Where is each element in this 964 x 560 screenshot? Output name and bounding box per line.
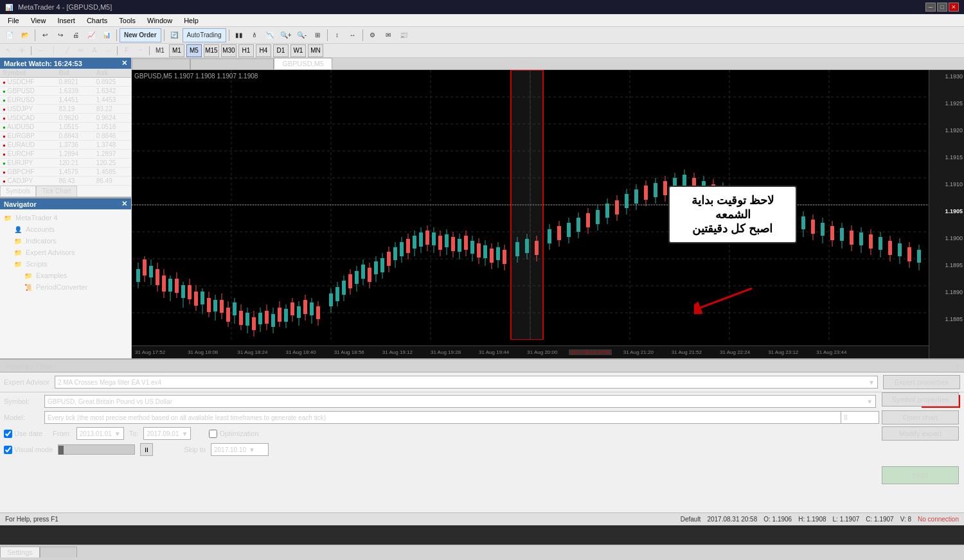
chart-tab-eurusd-m2[interactable]: EURUSD,M2 (offline) xyxy=(190,58,274,69)
market-watch-row[interactable]: ● USDJPY83.1983.22 xyxy=(0,105,131,114)
market-watch-row[interactable]: ● CADJPY86.4386.49 xyxy=(0,177,131,186)
elliot-btn[interactable]: ~ xyxy=(134,45,146,57)
tab-journal[interactable]: Journal xyxy=(40,547,77,557)
zoom-in-btn[interactable]: 🔍+ xyxy=(278,28,294,42)
expert-properties-button[interactable]: Expert properties xyxy=(883,375,960,389)
to-date-btn[interactable]: ▼ xyxy=(181,430,188,437)
nav-scripts[interactable]: 📁 Scripts xyxy=(3,258,129,270)
new-btn[interactable]: 📄 xyxy=(3,28,17,42)
tf-h1[interactable]: H1 xyxy=(238,44,254,57)
maximize-button[interactable]: □ xyxy=(937,3,947,12)
tab-symbols[interactable]: Symbols xyxy=(0,186,36,197)
market-watch-row[interactable]: ● USDCAD0.96200.9624 xyxy=(0,114,131,123)
from-date-btn[interactable]: ▼ xyxy=(114,430,121,437)
market-watch-row[interactable]: ● EURJPY120.21120.25 xyxy=(0,159,131,168)
tab-settings[interactable]: Settings xyxy=(0,547,40,557)
market-watch-row[interactable]: ● EURCHF1.28941.2897 xyxy=(0,150,131,159)
cursor-btn[interactable]: ↖ xyxy=(3,45,14,57)
ea-dropdown[interactable]: 2 MA Crosses Mega filter EA V1.ex4 ▼ xyxy=(55,376,878,389)
pause-button[interactable]: ⏸ xyxy=(140,443,153,456)
nav-indicators[interactable]: 📁 Indicators xyxy=(3,235,129,247)
expert-btn[interactable]: ⚙ xyxy=(366,28,380,42)
nav-expert-advisors[interactable]: 📁 Expert Advisors xyxy=(3,247,129,258)
tf-w1[interactable]: W1 xyxy=(290,44,306,57)
tf-m1[interactable]: M1 xyxy=(169,44,184,57)
menu-insert[interactable]: Insert xyxy=(52,16,80,25)
menu-charts[interactable]: Charts xyxy=(82,16,112,25)
hline-btn[interactable]: ─ xyxy=(35,45,46,57)
text-btn[interactable]: A xyxy=(89,45,100,57)
trendline-btn[interactable]: ╱ xyxy=(62,45,73,57)
minimize-button[interactable]: ─ xyxy=(925,3,936,12)
use-date-checkbox[interactable] xyxy=(4,430,12,438)
chart-btn2[interactable]: 📊 xyxy=(100,28,114,42)
nav-metatrader4[interactable]: 📁 MetaTrader 4 xyxy=(3,212,129,223)
start-button[interactable]: Start xyxy=(882,466,959,484)
prop-btn2[interactable]: ↔ xyxy=(346,28,360,42)
menu-window[interactable]: Window xyxy=(142,16,177,25)
chart-btn1[interactable]: 📈 xyxy=(84,28,98,42)
nav-period-converter[interactable]: 📜 PeriodConverter xyxy=(3,281,129,293)
crosshair-btn[interactable]: ✛ xyxy=(16,45,28,57)
tf-m5[interactable]: M5 xyxy=(186,44,202,57)
market-watch-row[interactable]: ● AUDUSD1.05151.0518 xyxy=(0,123,131,132)
undo-btn[interactable]: ↩ xyxy=(38,28,52,42)
market-watch-row[interactable]: ● GBPCHF1.45751.4585 xyxy=(0,168,131,177)
open-chart-button[interactable]: Open chart xyxy=(882,410,959,424)
tester-close-icon[interactable]: ✕ xyxy=(954,362,960,370)
candle-btn[interactable]: 🕯 xyxy=(247,28,262,42)
zoom-out-btn[interactable]: 🔍- xyxy=(295,28,309,42)
market-watch-row[interactable]: ● EURAUD1.37361.3748 xyxy=(0,141,131,150)
visual-speed-slider[interactable] xyxy=(58,444,135,455)
redo-btn[interactable]: ↪ xyxy=(53,28,67,42)
tf-d1[interactable]: D1 xyxy=(273,44,289,57)
symbol-dropdown[interactable]: GBPUSD, Great Britain Pound vs US Dollar… xyxy=(44,395,876,408)
open-btn[interactable]: 📂 xyxy=(18,28,32,42)
prop-btn1[interactable]: ↕ xyxy=(330,28,344,42)
menu-help[interactable]: Help xyxy=(179,16,204,25)
chart-tab-eurusd-m1[interactable]: EURUSD,M1 xyxy=(132,58,190,69)
print-btn[interactable]: 🖨 xyxy=(69,28,83,42)
to-date-input[interactable]: 2017.09.01 ▼ xyxy=(143,427,191,440)
grid-btn[interactable]: ⊞ xyxy=(310,28,325,42)
mail-btn[interactable]: ✉ xyxy=(381,28,395,42)
skip-to-input[interactable]: 2017.10.10 ▼ xyxy=(211,443,269,456)
optimization-checkbox[interactable] xyxy=(209,430,217,438)
menu-view[interactable]: View xyxy=(26,16,51,25)
market-watch-row[interactable]: ● GBPUSD1.63391.6342 xyxy=(0,87,131,96)
pencil-btn[interactable]: ✏ xyxy=(75,45,87,57)
navigator-close[interactable]: ✕ xyxy=(121,200,127,208)
fib-btn[interactable]: F xyxy=(121,45,132,57)
vline-btn[interactable]: │ xyxy=(48,45,60,57)
news-btn[interactable]: 📰 xyxy=(397,28,411,42)
menu-tools[interactable]: Tools xyxy=(114,16,141,25)
close-button[interactable]: ✕ xyxy=(949,3,959,12)
sep7 xyxy=(31,46,31,55)
from-date-input[interactable]: 2013.01.01 ▼ xyxy=(76,427,124,440)
bar-chart-btn[interactable]: ▮▮ xyxy=(232,28,246,42)
market-watch-row[interactable]: ● EURUSD1.44511.4453 xyxy=(0,96,131,105)
tf-m30[interactable]: M30 xyxy=(221,44,237,57)
tf-h4[interactable]: H4 xyxy=(256,44,271,57)
refresh-btn[interactable]: 🔄 xyxy=(167,28,181,42)
market-watch-close[interactable]: ✕ xyxy=(121,59,127,67)
modify-expert-button[interactable]: Modify expert xyxy=(882,426,959,441)
skip-to-btn[interactable]: ▼ xyxy=(249,446,255,453)
spread-input[interactable]: 8 xyxy=(841,411,879,424)
model-dropdown[interactable]: Every tick (the most precise method base… xyxy=(44,411,870,424)
arrow-btn[interactable]: → xyxy=(102,45,114,57)
tab-tick-chart[interactable]: Tick Chart xyxy=(36,186,76,197)
nav-examples[interactable]: 📁 Examples xyxy=(3,270,129,281)
nav-accounts[interactable]: 👤 Accounts xyxy=(3,223,129,235)
line-btn[interactable]: 📉 xyxy=(263,28,277,42)
auto-trading-button[interactable]: AutoTrading xyxy=(183,28,226,42)
new-order-button[interactable]: New Order xyxy=(120,28,161,42)
visual-mode-checkbox[interactable] xyxy=(4,446,12,454)
market-watch-row[interactable]: ● EURGBP0.88430.8846 xyxy=(0,132,131,141)
tf-m15[interactable]: M15 xyxy=(204,44,219,57)
menu-file[interactable]: File xyxy=(3,16,24,25)
chart-tab-gbpusd-m5[interactable]: GBPUSD,M5 xyxy=(274,58,332,69)
tf-mn[interactable]: MN xyxy=(308,44,323,57)
market-watch-row[interactable]: ● USDCHF0.89210.8925 xyxy=(0,78,131,87)
symbol-properties-button[interactable]: Symbol properties xyxy=(882,392,959,407)
